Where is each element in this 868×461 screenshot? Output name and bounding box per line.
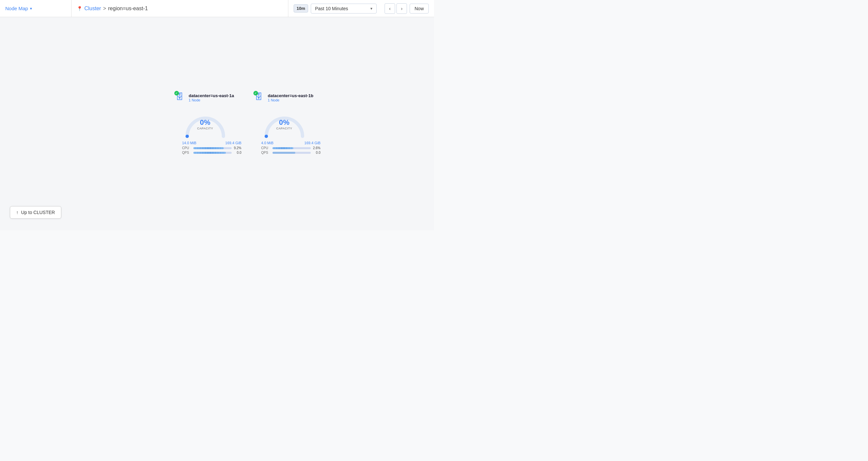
stat-qps-row-dc-b: QPS 0.0 [261,151,321,155]
status-check-icon-dc-a: ✓ [174,91,179,96]
stat-cpu-label-dc-a: CPU [182,146,191,150]
stat-mib-dc-a: 14.0 MiB [182,141,196,145]
stat-mem-dc-a: 14.0 MiB 169.4 GiB [182,141,242,145]
stat-cpu-label-dc-b: CPU [261,146,271,150]
gauge-dc-b: 0% CAPACITY [261,107,307,140]
up-arrow-icon: ↑ [16,210,19,215]
stat-cpu-bar-fill-dc-a [193,147,224,149]
main-content: ✓ 🗄 datacenter=us-east-1a 1 Node 0% [0,17,434,230]
stat-qps-label-dc-b: QPS [261,151,271,155]
time-range-label: Past 10 Minutes [315,6,348,11]
stat-qps-bar-fill-dc-b [273,152,296,154]
node-map-link[interactable]: Node Map [5,6,28,11]
up-to-cluster-label: Up to CLUSTER [21,210,55,215]
node-info-dc-a: datacenter=us-east-1a 1 Node [189,93,234,102]
status-check-icon-dc-b: ✓ [253,91,258,96]
up-to-cluster-button[interactable]: ↑ Up to CLUSTER [10,206,61,219]
node-name-dc-b: datacenter=us-east-1b [268,93,313,98]
stat-qps-label-dc-a: QPS [182,151,191,155]
breadcrumb: 📍 Cluster > region=us-east-1 [71,0,288,17]
gauge-dc-a: 0% CAPACITY [182,107,228,140]
stat-cpu-bar-fill-dc-b [273,147,293,149]
stat-cpu-value-dc-a: 9.2% [234,146,242,150]
stat-qps-bar-dc-a [193,152,232,154]
stat-qps-value-dc-b: 0.0 [313,151,321,155]
app-header: Node Map ▾ 📍 Cluster > region=us-east-1 … [0,0,434,17]
stat-mib-dc-b: 4.0 MiB [261,141,274,145]
stat-gib-dc-b: 169.4 GiB [305,141,321,145]
gauge-percent-dc-b: 0% [276,119,292,126]
gauge-percent-dc-a: 0% [197,119,213,126]
stats-dc-a: 14.0 MiB 169.4 GiB CPU 9.2% QPS 0.0 [182,141,242,156]
node-icon-wrap-dc-a: ✓ 🗄 [176,92,186,103]
now-button[interactable]: Now [410,4,429,13]
header-left: Node Map ▾ [5,6,71,11]
nav-next-button[interactable]: › [397,3,407,14]
node-header-dc-a: ✓ 🗄 datacenter=us-east-1a 1 Node [176,92,234,103]
node-info-dc-b: datacenter=us-east-1b 1 Node [268,93,313,102]
node-count-dc-a: 1 Node [189,98,234,102]
node-icon-wrap-dc-b: ✓ 🗄 [255,92,265,103]
stat-cpu-bar-dc-a [193,147,232,149]
stat-cpu-row-dc-a: CPU 9.2% [182,146,242,150]
gauge-label-dc-a: CAPACITY [197,127,213,130]
breadcrumb-separator: > [103,6,106,11]
time-range-dropdown-icon: ▾ [370,6,372,11]
gauge-text-dc-a: 0% CAPACITY [197,119,213,130]
nav-prev-button[interactable]: ‹ [384,3,395,14]
gauge-text-dc-b: 0% CAPACITY [276,119,292,130]
node-header-dc-b: ✓ 🗄 datacenter=us-east-1b 1 Node [255,92,313,103]
node-name-dc-a: datacenter=us-east-1a [189,93,234,98]
time-range-select[interactable]: Past 10 Minutes ▾ [311,4,377,13]
node-map-dropdown-icon[interactable]: ▾ [30,6,32,11]
node-card-dc-a[interactable]: ✓ 🗄 datacenter=us-east-1a 1 Node 0% [176,92,235,156]
breadcrumb-current-region: region=us-east-1 [108,6,148,11]
time-section: 10m Past 10 Minutes ▾ [288,0,382,17]
stat-gib-dc-a: 169.4 GiB [225,141,242,145]
stat-qps-value-dc-a: 0.0 [234,151,242,155]
time-badge: 10m [293,4,308,12]
stat-qps-row-dc-a: QPS 0.0 [182,151,242,155]
stats-dc-b: 4.0 MiB 169.4 GiB CPU 2.6% QPS 0.0 [261,141,321,156]
nodes-container: ✓ 🗄 datacenter=us-east-1a 1 Node 0% [176,92,314,156]
nav-buttons: ‹ › [382,3,410,14]
gauge-label-dc-b: CAPACITY [276,127,292,130]
stat-cpu-bar-dc-b [273,147,311,149]
stat-mem-dc-b: 4.0 MiB 169.4 GiB [261,141,321,145]
stat-cpu-value-dc-b: 2.6% [313,146,321,150]
breadcrumb-cluster-link[interactable]: Cluster [84,6,101,11]
stat-cpu-row-dc-b: CPU 2.6% [261,146,321,150]
stat-qps-bar-dc-b [273,152,311,154]
stat-qps-bar-fill-dc-a [193,152,226,154]
location-icon: 📍 [77,6,82,11]
node-card-dc-b[interactable]: ✓ 🗄 datacenter=us-east-1b 1 Node 0% CAPA… [255,92,314,156]
node-count-dc-b: 1 Node [268,98,313,102]
